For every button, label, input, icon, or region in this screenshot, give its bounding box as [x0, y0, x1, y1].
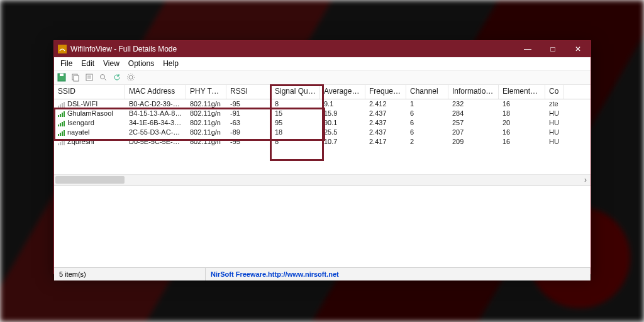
cell-phy: 802.11g/n	[186, 99, 226, 109]
cell-signal-quality: 8	[271, 137, 320, 147]
save-icon[interactable]	[57, 72, 67, 82]
col-signal-quality[interactable]: Signal Quality	[271, 85, 320, 99]
cell-elem: 18	[499, 109, 545, 118]
menu-file[interactable]: File	[57, 58, 76, 69]
table-row[interactable]: Isengard34-1E-6B-34-3C-38802.11g/n-63959…	[54, 118, 591, 128]
maximize-button[interactable]: □	[540, 41, 565, 57]
cell-avg: 15.9	[320, 109, 365, 118]
scroll-right-icon[interactable]: ›	[580, 175, 591, 185]
menu-view[interactable]: View	[99, 58, 123, 69]
cell-chan: 6	[406, 109, 448, 118]
menu-options[interactable]: Options	[125, 58, 158, 69]
cell-freq: 2.412	[365, 99, 406, 109]
find-icon[interactable]	[98, 72, 108, 82]
signal-icon	[58, 121, 65, 126]
cell-phy: 802.11g/n	[186, 118, 226, 128]
cell-elem: 16	[499, 128, 545, 137]
cell-elem: 16	[499, 99, 545, 109]
list-view: SSID MAC Address PHY Type RSSI Signal Qu…	[54, 85, 591, 185]
col-co[interactable]: Co	[545, 85, 564, 99]
col-chan[interactable]: Channel	[406, 85, 448, 99]
cell-info: 209	[448, 137, 499, 147]
svg-rect-4	[74, 75, 79, 81]
options-icon[interactable]	[126, 72, 136, 82]
col-rssi[interactable]: RSSI	[226, 85, 271, 99]
cell-ssid: DSL-WIFI	[67, 100, 97, 108]
cell-info: 284	[448, 109, 499, 118]
col-mac[interactable]: MAC Address	[125, 85, 186, 99]
cell-freq: 2.437	[365, 128, 406, 137]
table-row[interactable]: GhulamRasoolB4-15-13-AA-84-06802.11g/n-9…	[54, 109, 591, 118]
col-ssid[interactable]: SSID	[54, 85, 125, 99]
refresh-icon[interactable]	[112, 72, 122, 82]
col-phy[interactable]: PHY Type	[186, 85, 226, 99]
titlebar[interactable]: WifiInfoView - Full Details Mode — □ ✕	[54, 41, 591, 57]
svg-rect-2	[60, 74, 64, 76]
minimize-button[interactable]: —	[515, 41, 540, 57]
list-body: DSL-WIFIB0-AC-D2-39-4F-AF802.11g/n-9589.…	[54, 99, 591, 147]
cell-co: HU	[545, 137, 564, 147]
cell-signal-quality: 18	[271, 128, 320, 137]
cell-info: 257	[448, 118, 499, 128]
minimize-icon: —	[524, 45, 531, 53]
copy-icon[interactable]	[70, 72, 80, 82]
table-row[interactable]: ZqureshiD0-5E-5C-5E-A0-5C802.11g/n-95810…	[54, 137, 591, 147]
close-button[interactable]: ✕	[565, 41, 591, 57]
col-freq[interactable]: Frequency	[365, 85, 406, 99]
cell-signal-quality: 95	[271, 118, 320, 128]
cell-phy: 802.11g/n	[186, 109, 226, 118]
cell-rssi: -95	[226, 137, 271, 147]
cell-mac: 34-1E-6B-34-3C-38	[125, 118, 186, 128]
maximize-icon: □	[550, 45, 555, 53]
cell-rssi: -91	[226, 109, 271, 118]
properties-icon[interactable]	[84, 72, 94, 82]
signal-icon	[58, 130, 65, 136]
col-avg[interactable]: Average Signal...	[320, 85, 365, 99]
svg-point-10	[129, 75, 133, 79]
cell-co: HU	[545, 128, 564, 137]
cell-mac: 2C-55-D3-AC-3B-08	[125, 128, 186, 137]
svg-rect-5	[86, 74, 92, 80]
status-credit-link[interactable]: http://www.nirsoft.net	[268, 270, 339, 278]
cell-signal-quality: 8	[271, 99, 320, 109]
toolbar	[54, 70, 591, 85]
cell-ssid: GhulamRasool	[67, 109, 113, 117]
cell-mac: B4-15-13-AA-84-06	[125, 109, 186, 118]
signal-icon	[58, 102, 65, 108]
cell-info: 232	[448, 99, 499, 109]
column-headers: SSID MAC Address PHY Type RSSI Signal Qu…	[54, 85, 591, 99]
cell-ssid: Zqureshi	[67, 138, 94, 145]
cell-info: 207	[448, 128, 499, 137]
cell-mac: D0-5E-5C-5E-A0-5C	[125, 137, 186, 147]
cell-freq: 2.437	[365, 118, 406, 128]
status-count: 5 item(s)	[59, 270, 86, 278]
svg-point-8	[101, 75, 105, 79]
cell-freq: 2.437	[365, 109, 406, 118]
svg-point-11	[128, 74, 135, 81]
table-row[interactable]: DSL-WIFIB0-AC-D2-39-4F-AF802.11g/n-9589.…	[54, 99, 591, 109]
menubar: File Edit View Options Help	[54, 57, 591, 70]
cell-avg: 25.5	[320, 128, 365, 137]
details-pane	[54, 185, 591, 267]
signal-icon	[58, 111, 65, 117]
menu-edit[interactable]: Edit	[77, 58, 98, 69]
table-row[interactable]: nayatel2C-55-D3-AC-3B-08802.11g/n-891825…	[54, 128, 591, 137]
app-window: WifiInfoView - Full Details Mode — □ ✕ F…	[53, 40, 591, 274]
horizontal-scrollbar[interactable]: ‹ ›	[54, 174, 591, 185]
cell-rssi: -95	[226, 99, 271, 109]
cell-co: HU	[545, 109, 564, 118]
scroll-thumb[interactable]	[55, 176, 125, 184]
col-info[interactable]: Information Size	[448, 85, 499, 99]
cell-phy: 802.11g/n	[186, 137, 226, 147]
cell-avg: 9.1	[320, 99, 365, 109]
cell-avg: 90.1	[320, 118, 365, 128]
cell-chan: 6	[406, 118, 448, 128]
col-elem[interactable]: Elements Count	[499, 85, 545, 99]
app-icon	[58, 45, 67, 53]
menu-help[interactable]: Help	[159, 58, 182, 69]
cell-mac: B0-AC-D2-39-4F-AF	[125, 99, 186, 109]
cell-rssi: -63	[226, 118, 271, 128]
cell-elem: 16	[499, 137, 545, 147]
cell-ssid: Isengard	[67, 119, 94, 126]
signal-icon	[58, 140, 65, 145]
